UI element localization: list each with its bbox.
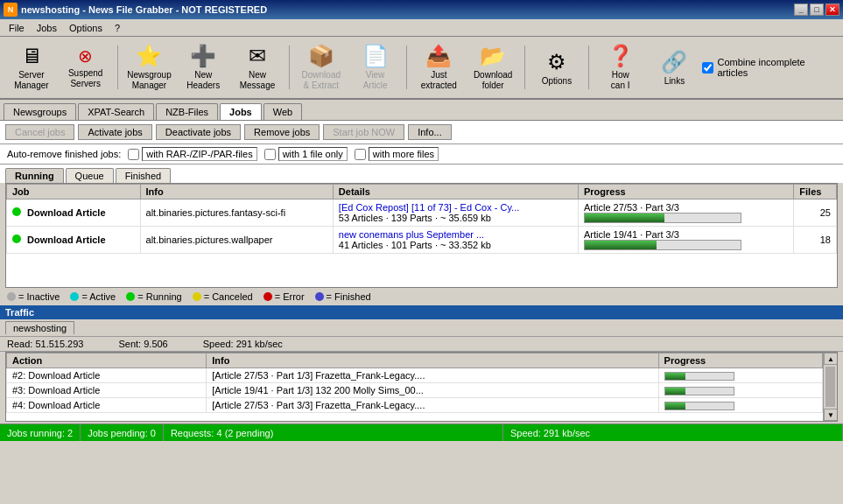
cancel-jobs-button[interactable]: Cancel jobs — [5, 124, 74, 140]
scroll-down-arrow[interactable]: ▼ — [824, 409, 838, 421]
job-info-cell: alt.binaries.pictures.wallpaper — [140, 227, 333, 254]
inner-tab-running[interactable]: Running — [5, 168, 64, 183]
suspend-icon: ⊗ — [78, 46, 93, 66]
scroll-thumb[interactable] — [825, 367, 835, 407]
table-row[interactable]: Download Article alt.binaries.pictures.w… — [7, 227, 837, 254]
action-progress-fill — [665, 373, 685, 380]
tab-web[interactable]: Web — [263, 103, 302, 120]
job-progress-fill — [585, 214, 664, 222]
combine-incomplete-checkbox[interactable] — [702, 62, 713, 74]
action-name-cell: #2: Download Article — [7, 368, 207, 383]
download-folder-button[interactable]: 📂 Download folder — [467, 41, 519, 94]
autoremove-rar-checkbox[interactable] — [128, 149, 139, 160]
legend-active-label: = Active — [81, 291, 116, 302]
col-progress: Progress — [578, 185, 793, 200]
job-progress-label: Article 19/41 · Part 3/3 — [584, 229, 679, 240]
menu-file[interactable]: File — [4, 22, 30, 34]
col-job: Job — [7, 185, 141, 200]
action-name-cell: #3: Download Article — [7, 383, 207, 398]
tab-nzb-files[interactable]: NZB-Files — [156, 103, 218, 120]
server-manager-button[interactable]: 🖥 Server Manager — [5, 41, 58, 94]
job-details-sub: 53 Articles · 139 Parts · ~ 35.659 kb — [339, 213, 491, 223]
autoremove-1file-label: with 1 file only — [278, 147, 348, 161]
scrollbar[interactable]: ▲ ▼ — [823, 353, 837, 421]
status-dot — [12, 234, 21, 243]
server-manager-icon: 🖥 — [21, 44, 42, 68]
suspend-servers-button[interactable]: ⊗ Suspend Servers — [60, 41, 112, 94]
tab-xpat-search[interactable]: XPAT-Search — [78, 103, 154, 120]
action-info-cell: [Article 27/53 · Part 3/3] Frazetta_Fran… — [207, 398, 658, 413]
tab-newsgroups[interactable]: Newsgroups — [4, 103, 76, 120]
menu-help[interactable]: ? — [109, 22, 125, 34]
status-requests: Requests: 4 (2 pending) — [164, 424, 503, 441]
autoremove-option-3: with more files — [355, 147, 439, 161]
requests-text: Requests: 4 (2 pending) — [171, 428, 273, 438]
status-jobs-pending: Jobs pending: 0 — [81, 424, 164, 441]
new-headers-button[interactable]: ➕ New Headers — [177, 41, 229, 94]
action-progress-cell — [658, 368, 822, 383]
options-button[interactable]: ⚙ Options — [530, 41, 583, 94]
traffic-header: Traffic — [0, 305, 843, 319]
newsgroup-manager-button[interactable]: ⭐ Newsgroup Manager — [123, 41, 176, 94]
job-progress-cell: Article 27/53 · Part 3/3 — [578, 200, 793, 227]
job-progress-label: Article 27/53 · Part 3/3 — [584, 202, 679, 213]
job-status-cell: Download Article — [7, 227, 141, 254]
start-job-now-button[interactable]: Start job NOW — [323, 124, 404, 140]
new-message-icon: ✉ — [249, 44, 266, 68]
jobs-table-wrapper: Job Info Details Progress Files Download… — [5, 183, 838, 288]
menu-jobs[interactable]: Jobs — [32, 22, 62, 34]
actions-table: Action Info Progress #2: Download Articl… — [6, 353, 823, 413]
scroll-up-arrow[interactable]: ▲ — [824, 353, 838, 365]
stat-read: Read: 51.515.293 — [7, 339, 83, 349]
close-button[interactable]: ✕ — [825, 4, 839, 16]
job-details-cell: new conemans plus September ... 41 Artic… — [333, 227, 578, 254]
deactivate-jobs-button[interactable]: Deactivate jobs — [156, 124, 241, 140]
job-details-link[interactable]: [Ed Cox Repost] [11 of 73] - Ed Cox - Cy… — [339, 202, 519, 213]
stat-sent: Sent: 9.506 — [118, 339, 167, 349]
col-action: Action — [7, 354, 207, 368]
maximize-button[interactable]: □ — [810, 4, 824, 16]
links-button[interactable]: 🔗 Links — [649, 41, 701, 94]
minimize-button[interactable]: _ — [794, 4, 808, 16]
tab-jobs[interactable]: Jobs — [220, 103, 262, 120]
list-item[interactable]: #3: Download Article [Article 19/41 · Pa… — [7, 383, 823, 398]
table-row[interactable]: Download Article alt.binaries.pictures.f… — [7, 200, 837, 227]
activate-jobs-button[interactable]: Activate jobs — [78, 124, 151, 140]
autoremove-rar-label: with RAR-/ZIP-/PAR-files — [142, 147, 256, 161]
col-details: Details — [333, 185, 578, 200]
remove-jobs-button[interactable]: Remove jobs — [244, 124, 320, 140]
job-progress-fill — [585, 241, 657, 249]
info-button[interactable]: Info... — [408, 124, 452, 140]
toolbar: 🖥 Server Manager ⊗ Suspend Servers ⭐ New… — [0, 37, 843, 100]
inner-tab-finished[interactable]: Finished — [116, 168, 172, 183]
autoremove-morefiles-checkbox[interactable] — [355, 149, 366, 160]
how-can-i-button[interactable]: ❓ How can I — [594, 41, 647, 94]
job-details-link[interactable]: new conemans plus September ... — [339, 229, 484, 240]
download-extract-button[interactable]: 📦 Download& Extract — [295, 41, 348, 94]
options-icon: ⚙ — [547, 50, 566, 74]
view-article-button[interactable]: 📄 ViewArticle — [349, 41, 402, 94]
toolbar-sep-2 — [289, 46, 290, 89]
menu-options[interactable]: Options — [64, 22, 108, 34]
list-item[interactable]: #4: Download Article [Article 27/53 · Pa… — [7, 398, 823, 413]
download-extract-icon: 📦 — [308, 44, 334, 68]
action-progress-cell — [658, 383, 822, 398]
legend-finished: = Finished — [315, 291, 371, 302]
legend-finished-label: = Finished — [327, 291, 371, 302]
jobs-table: Job Info Details Progress Files Download… — [6, 184, 837, 254]
col-info: Info — [140, 185, 333, 200]
error-dot — [263, 292, 272, 301]
traffic-tab-newshosting[interactable]: newshosting — [5, 321, 74, 334]
list-item[interactable]: #2: Download Article [Article 27/53 · Pa… — [7, 368, 823, 383]
how-can-i-label: How can I — [611, 70, 630, 91]
server-manager-label: Server Manager — [14, 70, 48, 91]
col-action-progress: Progress — [658, 354, 822, 368]
newsgroup-icon: ⭐ — [136, 44, 162, 68]
just-extracted-button[interactable]: 📤 Just extracted — [412, 41, 465, 94]
autoremove-1file-checkbox[interactable] — [264, 149, 276, 160]
download-extract-label: Download& Extract — [302, 70, 341, 91]
autoremove-option-1: with RAR-/ZIP-/PAR-files — [128, 147, 256, 161]
inner-tab-queue[interactable]: Queue — [66, 168, 114, 183]
new-headers-icon: ➕ — [190, 44, 216, 68]
new-message-button[interactable]: ✉ New Message — [231, 41, 284, 94]
